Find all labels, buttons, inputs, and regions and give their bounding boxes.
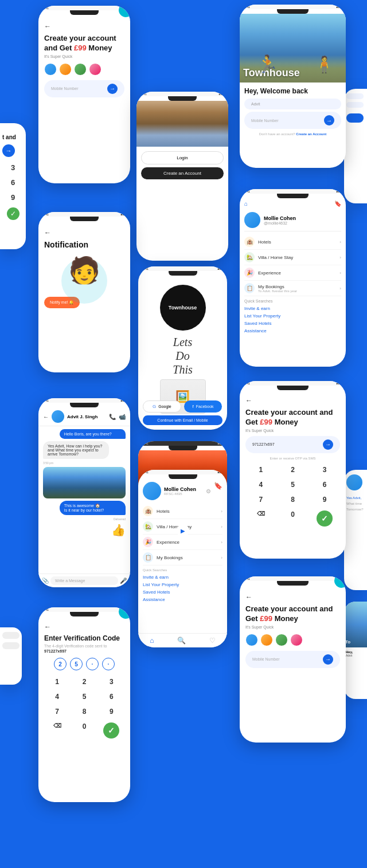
bookings-icon-8: 📋 <box>143 552 153 563</box>
qs-2-8[interactable]: List Your Property <box>143 581 222 588</box>
back-btn-10[interactable]: ← <box>245 396 252 404</box>
np-1-10[interactable]: 1 <box>245 463 276 477</box>
numpad-backspace[interactable]: ⌫ <box>44 720 70 741</box>
menu-bookings-8[interactable]: 📋 My Bookings › <box>143 550 222 565</box>
facebook-btn-1[interactable]: f Facebook <box>184 400 222 413</box>
profile-name-6: Mollie Cohen <box>264 215 296 221</box>
np-9-10[interactable]: 9 <box>309 493 340 506</box>
bookmark-8[interactable]: 🔖 <box>214 482 222 490</box>
green-check-10[interactable]: ✓ <box>317 510 333 527</box>
price-10: £99 <box>260 418 272 426</box>
otp-digit-2[interactable]: 5 <box>70 658 83 670</box>
mobile-input-1[interactable]: Mobile Number → <box>44 80 124 97</box>
partial-check[interactable]: ✓ <box>7 207 19 220</box>
np-8-10[interactable]: 8 <box>278 493 309 506</box>
status-bar-3: 9:41 ●●● <box>240 5 346 9</box>
mic-icon[interactable]: 🎤 <box>120 578 127 584</box>
back-btn-9[interactable]: ← <box>44 623 51 631</box>
qs-item-1-6[interactable]: Invite & earn <box>244 305 341 312</box>
login-btn[interactable]: Login <box>141 151 224 164</box>
nav-home-8[interactable]: ⌂ <box>150 637 154 645</box>
menu-item-bookings-6[interactable]: 📋 My Bookings To Advit. fivestar this ye… <box>244 281 341 296</box>
np-5-10[interactable]: 5 <box>278 478 309 492</box>
qs-item-3-6[interactable]: Saved Hotels <box>244 320 341 327</box>
np-7-10[interactable]: 7 <box>245 493 276 506</box>
partial-arrow[interactable]: → <box>2 144 15 157</box>
chat-avatar <box>52 410 64 423</box>
phone1-content: ← Create your account and Get £99 Money … <box>38 15 130 103</box>
chat-msg-2: Yes Advit, How can i help you? and What … <box>43 441 109 459</box>
np-4-10[interactable]: 4 <box>245 478 276 492</box>
thumb-emoji: 👍 <box>43 523 126 537</box>
city-image <box>136 101 228 147</box>
numpad-2[interactable]: 2 <box>71 675 97 689</box>
otp-circles: 2 5 · · <box>44 658 124 670</box>
menu-item-villa-6[interactable]: 🏡 Villa / Home Stay › <box>244 250 341 265</box>
back-button-4[interactable]: ← <box>44 229 51 237</box>
np-check-10[interactable]: ✓ <box>309 508 340 529</box>
phone-input-welcome[interactable]: Mobile Number → <box>244 112 341 129</box>
menu-item-hotels-6[interactable]: 🏨 Hotels › <box>244 234 341 250</box>
notch-4 <box>70 217 99 221</box>
create-account-btn[interactable]: Create an Account <box>141 167 224 179</box>
subtitle-10: It's Super Quick <box>245 429 340 433</box>
welcome-submit-btn[interactable]: → <box>324 115 334 125</box>
otp-digit-4[interactable]: · <box>102 658 115 670</box>
np-0-10[interactable]: 0 <box>278 508 309 529</box>
numpad-8[interactable]: 8 <box>71 705 97 718</box>
back-button-1[interactable]: ← <box>44 22 51 30</box>
numpad-6[interactable]: 6 <box>99 690 124 704</box>
create-title-10: Create your account and Get £99 Money <box>245 408 340 427</box>
numpad-0[interactable]: 0 <box>71 720 97 741</box>
np-3-10[interactable]: 3 <box>309 463 340 477</box>
otp-digit-1[interactable]: 2 <box>54 658 67 670</box>
submit-btn-1[interactable]: → <box>107 84 118 94</box>
qs-1-8[interactable]: Invite & earn <box>143 574 222 581</box>
hotels-icon-8: 🏨 <box>143 506 153 516</box>
bookmark-icon-6[interactable]: 🔖 <box>334 201 341 207</box>
qs-item-4-6[interactable]: Assistance <box>244 327 341 335</box>
submit-btn-11[interactable]: → <box>323 654 333 665</box>
nav-heart-8[interactable]: ♡ <box>209 637 216 645</box>
submit-btn-10[interactable]: → <box>323 439 333 450</box>
partial-input-2 <box>346 102 364 108</box>
attachment-icon[interactable]: 📎 <box>42 578 49 584</box>
numpad-check[interactable]: ✓ <box>99 720 124 741</box>
money-11: Money <box>275 614 298 623</box>
numpad-1[interactable]: 1 <box>44 675 70 689</box>
numpad-4[interactable]: 4 <box>44 690 70 704</box>
notch-5 <box>169 446 197 450</box>
chat-back[interactable]: ← <box>43 414 49 420</box>
qs-item-2-6[interactable]: List Your Property <box>244 312 341 320</box>
np-2-10[interactable]: 2 <box>278 463 309 477</box>
numpad-3[interactable]: 3 <box>99 675 124 689</box>
menu-item-exp-6[interactable]: 🎉 Experience › <box>244 265 341 281</box>
qs-3-8[interactable]: Saved Hotels <box>143 588 222 596</box>
otp-digit-3[interactable]: · <box>86 658 99 670</box>
nav-search-8[interactable]: 🔍 <box>177 637 186 645</box>
numpad-5[interactable]: 5 <box>71 690 97 704</box>
phone-input-10[interactable]: 971227x697 → <box>245 436 340 453</box>
play-btn[interactable]: ▶ <box>177 524 189 537</box>
qs-4-8[interactable]: Assistance <box>143 596 222 603</box>
chat-input[interactable]: Write a Message <box>50 576 118 585</box>
back-btn-11[interactable]: ← <box>245 593 252 601</box>
green-check-btn[interactable]: ✓ <box>103 722 119 739</box>
video-icon[interactable]: 📹 <box>119 414 126 420</box>
menu-exp-8[interactable]: 🎉 Experience › <box>143 535 222 550</box>
google-btn-1[interactable]: G Google <box>143 400 181 413</box>
continue-btn-1[interactable]: Continue with Email / Mobile <box>143 415 222 425</box>
social-row: G Google f Facebook <box>143 400 222 413</box>
menu-hotels-8[interactable]: 🏨 Hotels › <box>143 504 222 519</box>
call-icon[interactable]: 📞 <box>109 414 116 420</box>
numpad-7[interactable]: 7 <box>44 705 70 718</box>
numpad-9[interactable]: 9 <box>99 705 124 718</box>
mobile-input-11[interactable]: Mobile Number → <box>245 651 340 668</box>
create-account-link[interactable]: Create an Account <box>296 132 326 136</box>
np-6-10[interactable]: 6 <box>309 478 340 492</box>
home-icon-6[interactable]: ⌂ <box>244 201 248 207</box>
username-input[interactable]: Advit <box>244 99 341 109</box>
np-bs-10[interactable]: ⌫ <box>245 508 276 529</box>
settings-icon-8[interactable]: ⚙ <box>206 488 211 494</box>
phone-numpad: 9:41 ●●● ← Create your account and Get £… <box>240 381 346 559</box>
